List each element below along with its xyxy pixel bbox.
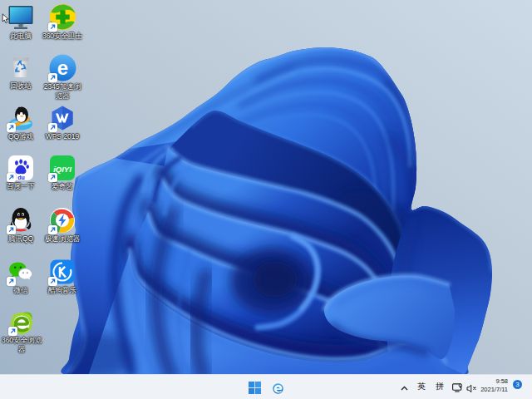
svg-text:e: e	[57, 57, 67, 79]
svg-text:du: du	[17, 175, 25, 180]
